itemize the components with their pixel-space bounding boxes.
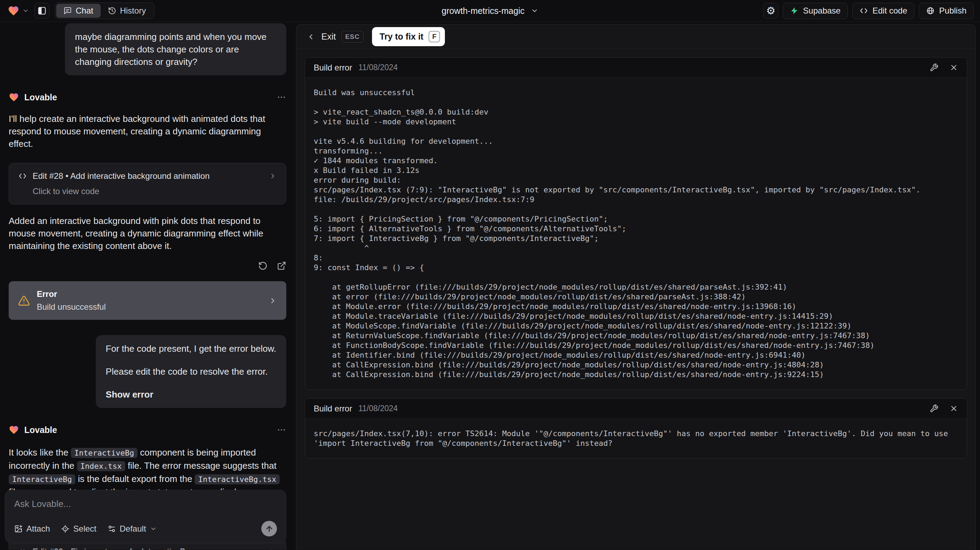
- close-error-button[interactable]: [950, 63, 958, 72]
- sliders-icon: [108, 524, 116, 533]
- chevron-down-icon: [150, 525, 157, 532]
- try-to-fix-label: Try to fix it: [380, 32, 423, 41]
- build-error-status-card[interactable]: Error Build unsuccessful: [9, 281, 286, 320]
- edit-card-title: Edit #29 • Fix import error for Interact…: [33, 547, 190, 550]
- assistant-intro-text: I'll help create an interactive backgrou…: [9, 113, 286, 150]
- user-message-line: For the code present, I get the error be…: [106, 342, 276, 355]
- wrench-icon: [930, 63, 939, 72]
- edit-code-label: Edit code: [872, 6, 907, 16]
- ellipsis-icon: [277, 92, 286, 102]
- wrench-icon: [930, 404, 939, 413]
- panel-left-icon: [38, 6, 46, 15]
- code-brackets-icon: [859, 6, 868, 15]
- select-target-icon: [61, 524, 69, 533]
- model-label: Default: [120, 524, 146, 534]
- chevron-down-icon: [531, 7, 538, 14]
- publish-label: Publish: [939, 6, 966, 16]
- supabase-bolt-icon: [790, 6, 799, 15]
- send-button[interactable]: [261, 521, 277, 536]
- user-message-line: Please edit the code to resolve the erro…: [106, 365, 276, 378]
- close-icon: [950, 63, 958, 72]
- error-card-subtitle: Build unsuccessful: [37, 302, 106, 312]
- external-link-icon: [277, 261, 286, 271]
- exit-label: Exit: [321, 32, 336, 41]
- build-error-log: Build was unsuccessful > vite_react_shad…: [305, 78, 967, 390]
- open-preview-button[interactable]: [277, 261, 286, 271]
- chat-input[interactable]: [14, 499, 277, 520]
- rotate-ccw-icon: [258, 261, 267, 271]
- lovable-heart-icon: [9, 92, 19, 102]
- edit-card-title: Edit #28 • Add interactive background an…: [33, 171, 210, 181]
- supabase-button[interactable]: Supabase: [783, 3, 848, 19]
- fix-with-ai-button[interactable]: [930, 404, 939, 413]
- error-panel-body: Build error 11/08/2024 Build was unsucce…: [296, 49, 975, 459]
- build-error-card: Build error 11/08/2024 src/pages/Index.t…: [305, 398, 967, 459]
- attach-label: Attach: [26, 524, 50, 534]
- build-error-title: Build error: [314, 404, 352, 413]
- chat-bubble-icon: [64, 6, 72, 15]
- project-title: growth-metrics-magic: [442, 6, 525, 16]
- publish-button[interactable]: Publish: [919, 3, 974, 19]
- image-plus-icon: [14, 524, 22, 533]
- project-switcher[interactable]: growth-metrics-magic: [442, 6, 539, 16]
- exit-button[interactable]: Exit: [307, 32, 336, 41]
- code-brackets-icon: [18, 172, 27, 180]
- gear-icon: ⚙: [766, 6, 776, 16]
- code-brackets-icon: [18, 548, 27, 550]
- attach-button[interactable]: Attach: [14, 524, 50, 534]
- tab-chat[interactable]: Chat: [56, 4, 101, 18]
- try-to-fix-button[interactable]: Try to fix it F: [372, 27, 445, 46]
- tab-history-label: History: [120, 6, 146, 16]
- user-message-text: maybe diagramming points and when you mo…: [75, 30, 276, 68]
- chat-composer: Attach Select Default: [5, 490, 286, 543]
- build-error-title: Build error: [314, 63, 352, 73]
- chat-sidebar: maybe diagramming points and when you mo…: [0, 22, 293, 550]
- close-icon: [950, 404, 958, 413]
- history-icon: [108, 6, 116, 15]
- chevron-down-icon: [22, 7, 29, 14]
- user-message: maybe diagramming points and when you mo…: [65, 23, 286, 75]
- edit-card-28[interactable]: Edit #28 • Add interactive background an…: [9, 163, 286, 204]
- fix-with-ai-button[interactable]: [930, 63, 939, 72]
- chevron-right-icon: [269, 297, 277, 305]
- edit-card-subtitle: Click to view code: [33, 187, 277, 196]
- message-actions: [9, 261, 286, 271]
- tab-history[interactable]: History: [101, 4, 153, 18]
- build-error-card-header: Build error 11/08/2024: [305, 57, 967, 78]
- supabase-label: Supabase: [803, 6, 840, 16]
- assistant-name: Lovable: [24, 425, 57, 435]
- select-label: Select: [73, 524, 97, 534]
- model-selector[interactable]: Default: [108, 524, 157, 534]
- message-menu-button[interactable]: [277, 92, 286, 102]
- tab-chat-label: Chat: [76, 6, 93, 16]
- edit-code-button[interactable]: Edit code: [852, 3, 915, 19]
- assistant-summary-text: Added an interactive background with pin…: [9, 215, 286, 252]
- assistant-name: Lovable: [24, 92, 57, 102]
- ellipsis-icon: [277, 425, 286, 435]
- show-error-text: Show error: [106, 388, 276, 401]
- error-panel-header: Exit ESC Try to fix it F: [296, 25, 975, 49]
- chevron-right-icon: [269, 548, 277, 550]
- arrow-up-icon: [265, 524, 274, 533]
- lovable-heart-icon: [9, 425, 19, 435]
- chat-history-tabs: Chat History: [55, 2, 154, 19]
- user-message: For the code present, I get the error be…: [96, 335, 286, 408]
- close-error-button[interactable]: [950, 404, 958, 413]
- f-key-badge: F: [429, 31, 440, 42]
- lovable-logo-menu[interactable]: [8, 5, 29, 17]
- build-error-log: src/pages/Index.tsx(7,10): error TS2614:…: [305, 419, 967, 458]
- esc-key-badge: ESC: [342, 31, 364, 43]
- build-error-card: Build error 11/08/2024 Build was unsucce…: [305, 57, 967, 390]
- settings-button[interactable]: ⚙: [763, 3, 778, 19]
- assistant-message-header: Lovable: [9, 92, 286, 102]
- chevron-right-icon: [269, 172, 277, 180]
- sidebar-toggle-button[interactable]: [34, 3, 49, 19]
- build-error-date: 11/08/2024: [358, 63, 398, 72]
- chevron-left-icon: [307, 33, 315, 41]
- message-menu-button[interactable]: [277, 425, 286, 435]
- select-button[interactable]: Select: [61, 524, 97, 534]
- build-error-card-header: Build error 11/08/2024: [305, 399, 967, 419]
- restore-button[interactable]: [258, 261, 267, 271]
- error-detail-panel: Exit ESC Try to fix it F Build error 11/…: [296, 24, 976, 550]
- lovable-heart-icon: [8, 5, 19, 17]
